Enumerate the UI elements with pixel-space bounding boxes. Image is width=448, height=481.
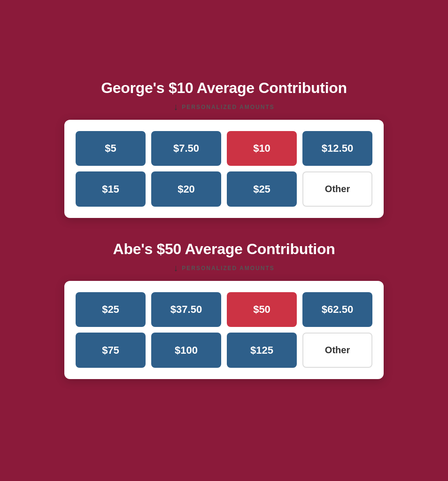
abe-btn-75[interactable]: $75 xyxy=(76,333,146,368)
george-btn-25[interactable]: $25 xyxy=(227,171,297,207)
arrow-down-icon-1: ↓ xyxy=(173,101,178,112)
george-btn-15[interactable]: $15 xyxy=(76,171,146,207)
abe-button-grid: $25 $37.50 $50 $62.50 $75 $100 $125 Othe… xyxy=(76,292,372,368)
arrow-down-icon-2: ↓ xyxy=(173,263,178,273)
abe-card: $25 $37.50 $50 $62.50 $75 $100 $125 Othe… xyxy=(64,281,384,379)
personalized-text-1: PERSONALIZED AMOUNTS xyxy=(182,104,275,110)
george-section: George's $10 Average Contribution ↓ PERS… xyxy=(64,79,384,218)
abe-btn-62-50[interactable]: $62.50 xyxy=(302,292,372,327)
george-btn-7-50[interactable]: $7.50 xyxy=(151,131,221,166)
abe-personalized-label: ↓ PERSONALIZED AMOUNTS xyxy=(173,263,275,273)
abe-btn-100[interactable]: $100 xyxy=(151,333,221,368)
abe-btn-125[interactable]: $125 xyxy=(227,333,297,368)
personalized-text-2: PERSONALIZED AMOUNTS xyxy=(182,265,275,272)
george-personalized-label: ↓ PERSONALIZED AMOUNTS xyxy=(173,101,275,112)
george-btn-10[interactable]: $10 xyxy=(227,131,297,166)
george-card: $5 $7.50 $10 $12.50 $15 $20 $25 Other xyxy=(64,120,384,218)
george-btn-12-50[interactable]: $12.50 xyxy=(302,131,372,166)
abe-btn-50[interactable]: $50 xyxy=(227,292,297,327)
abe-title: Abe's $50 Average Contribution xyxy=(113,240,335,258)
george-title: George's $10 Average Contribution xyxy=(101,79,347,97)
george-button-grid: $5 $7.50 $10 $12.50 $15 $20 $25 Other xyxy=(76,131,372,207)
abe-btn-other[interactable]: Other xyxy=(302,333,372,368)
abe-btn-25[interactable]: $25 xyxy=(76,292,146,327)
abe-section: Abe's $50 Average Contribution ↓ PERSONA… xyxy=(64,240,384,379)
george-btn-5[interactable]: $5 xyxy=(76,131,146,166)
george-btn-20[interactable]: $20 xyxy=(151,171,221,207)
abe-btn-37-50[interactable]: $37.50 xyxy=(151,292,221,327)
george-btn-other[interactable]: Other xyxy=(302,171,372,207)
